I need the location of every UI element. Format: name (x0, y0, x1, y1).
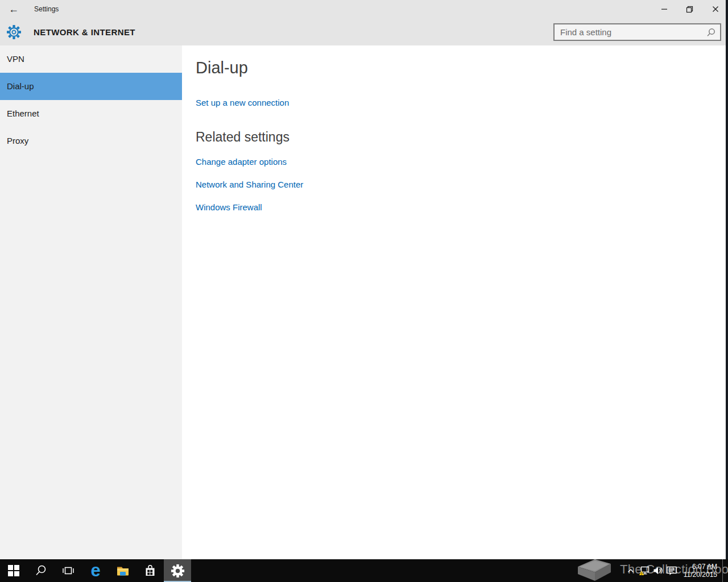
close-button[interactable] (702, 0, 728, 18)
window-border (726, 0, 728, 559)
page-title: NETWORK & INTERNET (34, 27, 135, 37)
sidebar-item-vpn[interactable]: VPN (0, 45, 182, 73)
clock[interactable]: 6:07 AM 11/20/2015 (679, 563, 719, 579)
clock-date: 11/20/2015 (679, 571, 717, 579)
gear-icon (171, 564, 185, 578)
related-settings-heading: Related settings (196, 129, 728, 145)
sidebar-item-dialup[interactable]: Dial-up (0, 73, 182, 100)
minimize-button[interactable] (651, 0, 677, 18)
restore-icon (686, 6, 693, 13)
windows-firewall-link[interactable]: Windows Firewall (196, 201, 262, 213)
close-icon (712, 6, 719, 13)
store-button[interactable] (136, 559, 164, 582)
network-status-button[interactable] (638, 559, 651, 582)
search-icon (34, 564, 48, 577)
start-button[interactable] (0, 559, 27, 582)
change-adapter-options-link[interactable]: Change adapter options (196, 156, 287, 168)
taskbar-buttons: e (0, 559, 191, 582)
restore-button[interactable] (677, 0, 702, 18)
settings-taskbar-button[interactable] (164, 559, 191, 582)
header: ← Settings (0, 0, 728, 45)
sidebar: VPN Dial-up Ethernet Proxy (0, 45, 182, 559)
main-content: Dial-up Set up a new connection Related … (182, 45, 728, 559)
back-button[interactable]: ← (6, 2, 22, 16)
action-center-icon (666, 566, 677, 576)
window-title: Settings (34, 5, 59, 13)
file-explorer-button[interactable] (109, 559, 136, 582)
system-tray: 6:07 AM 11/20/2015 (624, 559, 728, 582)
search-input[interactable] (555, 24, 720, 40)
settings-gear-icon (6, 24, 22, 40)
edge-icon: e (90, 562, 100, 579)
sidebar-item-ethernet[interactable]: Ethernet (0, 100, 182, 127)
speaker-icon (652, 566, 664, 575)
settings-window: ← Settings (0, 0, 728, 582)
clock-time: 6:07 AM (679, 563, 717, 571)
store-icon (143, 564, 157, 577)
sidebar-item-proxy[interactable]: Proxy (0, 127, 182, 155)
caption-buttons (651, 0, 728, 18)
windows-logo-icon (8, 565, 19, 576)
network-sharing-center-link[interactable]: Network and Sharing Center (196, 178, 303, 190)
task-view-icon (61, 564, 75, 577)
chevron-up-icon (627, 568, 635, 573)
task-view-button[interactable] (55, 559, 82, 582)
search-box (553, 23, 721, 41)
file-explorer-icon (115, 563, 130, 578)
taskbar-search-button[interactable] (27, 559, 55, 582)
setup-new-connection-link[interactable]: Set up a new connection (196, 97, 289, 109)
content-title: Dial-up (196, 58, 728, 78)
book-logo-icon (572, 557, 617, 582)
taskbar: The Collection Book (0, 559, 728, 582)
network-warning-icon (639, 566, 651, 576)
volume-button[interactable] (651, 559, 665, 582)
tray-chevron-button[interactable] (624, 559, 638, 582)
action-center-button[interactable] (665, 559, 679, 582)
edge-button[interactable]: e (82, 559, 109, 582)
show-desktop-button[interactable] (723, 559, 728, 582)
minimize-icon (661, 6, 668, 13)
search-icon[interactable] (705, 27, 717, 39)
back-arrow-icon: ← (9, 3, 19, 15)
related-links: Change adapter options Network and Shari… (196, 156, 728, 213)
